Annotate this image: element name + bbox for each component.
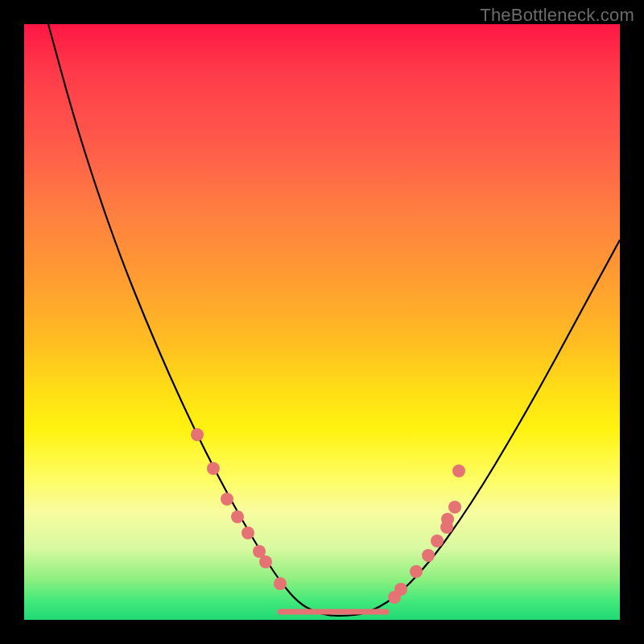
marker-dot [422,549,435,562]
marker-dot [242,526,254,539]
marker-group [191,428,465,612]
marker-dot [207,462,220,475]
marker-dot [452,464,465,477]
marker-dot [431,535,444,547]
marker-dot [231,510,244,523]
marker-dot [441,513,454,526]
marker-dot [259,555,272,568]
bottleneck-curve [48,24,620,616]
watermark-text: TheBottleneck.com [480,5,634,26]
marker-dot [191,428,204,441]
marker-dot [221,493,233,506]
marker-dot [448,501,461,514]
marker-dot [410,565,423,578]
chart-frame: TheBottleneck.com [0,0,644,644]
curve-svg [24,24,620,620]
marker-dot [394,583,407,596]
marker-dot [274,577,287,590]
plot-area [24,24,620,620]
